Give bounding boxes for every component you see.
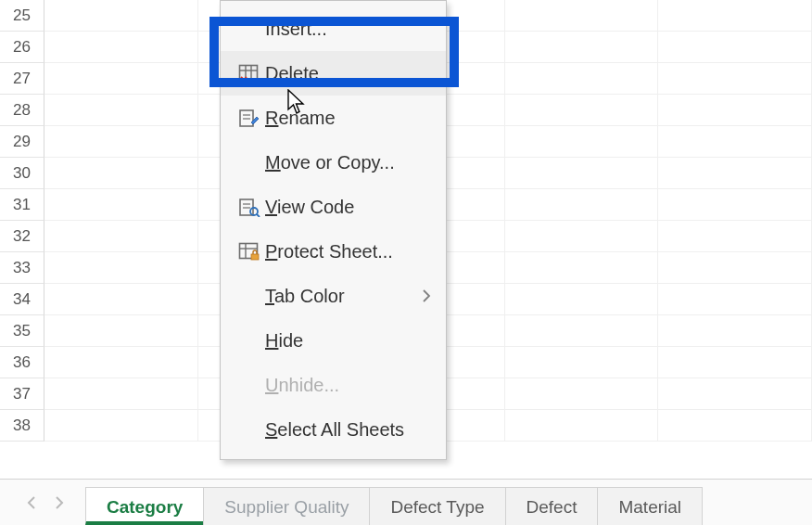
row-header-column: 25 26 27 28 29 30 31 32 33 34 35 36 37 3…	[0, 0, 44, 479]
sheet-tab-defect-type[interactable]: Defect Type	[369, 487, 505, 525]
row-header[interactable]: 25	[0, 0, 44, 32]
menu-item-protect-sheet[interactable]: Protect Sheet...	[221, 229, 446, 274]
sheet-tab-category[interactable]: Category	[85, 487, 204, 525]
row-header[interactable]: 31	[0, 189, 44, 221]
sheet-tab-label: Supplier Quality	[224, 497, 349, 517]
menu-label: Unhide...	[265, 375, 431, 396]
sheet-tab-label: Category	[107, 497, 183, 517]
row-header[interactable]: 27	[0, 63, 44, 95]
menu-label: Protect Sheet...	[265, 241, 431, 262]
sheet-tab-defect[interactable]: Defect	[505, 487, 599, 525]
view-code-icon	[234, 197, 265, 217]
menu-label: Rename	[265, 108, 431, 129]
row-header[interactable]: 34	[0, 284, 44, 315]
sheet-nav	[9, 496, 82, 509]
sheet-nav-next-icon[interactable]	[54, 496, 65, 509]
protect-sheet-icon	[234, 241, 265, 262]
row-header[interactable]: 32	[0, 221, 44, 252]
row-header[interactable]: 33	[0, 252, 44, 284]
sheet-tab-supplier-quality[interactable]: Supplier Quality	[203, 487, 370, 525]
sheet-context-menu: Insert... Delete Rename	[220, 0, 447, 460]
menu-item-tab-color[interactable]: Tab Color	[221, 274, 446, 318]
menu-item-insert[interactable]: Insert...	[221, 6, 446, 51]
menu-label: Tab Color	[265, 286, 422, 307]
menu-item-delete[interactable]: Delete	[221, 51, 446, 96]
delete-sheet-icon	[234, 63, 265, 83]
menu-label: Delete	[265, 63, 431, 84]
row-header[interactable]: 38	[0, 410, 44, 442]
sheet-tab-label: Defect Type	[390, 497, 484, 517]
row-header[interactable]: 30	[0, 158, 44, 189]
row-header[interactable]: 36	[0, 347, 44, 378]
menu-label: Select All Sheets	[265, 419, 431, 441]
menu-item-move-or-copy[interactable]: Move or Copy...	[221, 140, 446, 185]
svg-line-13	[257, 214, 260, 217]
sheet-nav-prev-icon[interactable]	[26, 496, 37, 509]
menu-label: Move or Copy...	[265, 152, 431, 173]
menu-label: Hide	[265, 330, 431, 352]
menu-item-view-code[interactable]: View Code	[221, 185, 446, 229]
sheet-tab-label: Defect	[527, 497, 577, 517]
row-header[interactable]: 29	[0, 126, 44, 158]
svg-point-12	[250, 208, 258, 215]
sheet-tab-material[interactable]: Material	[597, 487, 703, 525]
menu-item-unhide: Unhide...	[221, 363, 446, 407]
menu-label: Insert...	[265, 19, 431, 40]
row-header[interactable]: 35	[0, 315, 44, 347]
row-header[interactable]: 28	[0, 95, 44, 126]
sheet-tab-label: Material	[618, 497, 681, 517]
menu-label: View Code	[265, 197, 431, 218]
row-header[interactable]: 37	[0, 378, 44, 410]
sheet-tab-bar: Category Supplier Quality Defect Type De…	[0, 479, 812, 525]
svg-rect-17	[251, 254, 259, 260]
sheet-tabs: Category Supplier Quality Defect Type De…	[85, 480, 702, 525]
menu-item-select-all-sheets[interactable]: Select All Sheets	[221, 407, 446, 452]
menu-item-hide[interactable]: Hide	[221, 318, 446, 363]
chevron-right-icon	[422, 289, 431, 302]
row-header[interactable]: 26	[0, 32, 44, 63]
menu-item-rename[interactable]: Rename	[221, 96, 446, 140]
rename-icon	[234, 108, 265, 128]
